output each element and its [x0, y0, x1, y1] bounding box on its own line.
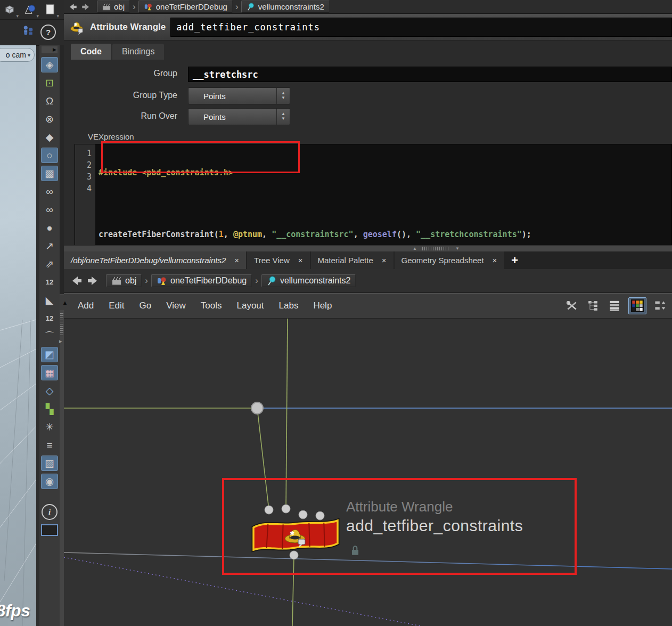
normal-lighting-icon[interactable]: ○ [41, 148, 58, 163]
point-normals-icon[interactable]: ↗ [41, 238, 58, 254]
run-over-dropdown[interactable]: Points ▲ ▼ [188, 108, 290, 125]
caret-down-icon: ▾ [36, 13, 39, 19]
strip-scroll-up-icon[interactable]: ▲ [60, 295, 70, 310]
svg-text:✱: ✱ [73, 22, 77, 27]
forward-arrow-icon[interactable] [86, 275, 99, 287]
prim-numbers-icon[interactable]: 12 [41, 311, 58, 326]
smooth-shading-icon[interactable]: ∞ [41, 184, 58, 199]
pose-library-icon[interactable] [21, 24, 35, 40]
pane-tab-network[interactable]: /obj/oneTetFiberDDebug/vellumconstraints… [64, 251, 246, 269]
group-list-icon[interactable]: ≡ [41, 437, 58, 453]
toolbar-scroll-right-icon[interactable]: ▶ [42, 46, 58, 53]
node-input-connector[interactable] [265, 506, 274, 515]
color-palette-icon[interactable] [628, 297, 646, 314]
geometry-node-icon [157, 276, 167, 286]
vexpression-label: VEXpression [88, 132, 134, 141]
group-type-dropdown[interactable]: Points ▲ ▼ [188, 87, 290, 104]
menu-tools[interactable]: Tools [201, 300, 222, 311]
partial-toolbar-icon[interactable] [41, 524, 58, 536]
network-editor[interactable]: ✱ Attribute Wrangle add_tetfiber_constra… [64, 319, 672, 626]
vex-code-editor[interactable]: 1 2 3 4 #include <pbd_constraints.h> cre… [75, 144, 672, 246]
view-location-icon[interactable]: ◉ [41, 474, 58, 489]
pane-tab-geometry-spreadsheet[interactable]: Geometry Spreadsheet × [395, 251, 504, 269]
network-wires [64, 319, 672, 626]
high-quality-lighting-icon[interactable]: ▩ [41, 166, 58, 181]
group-type-label: Group Type [64, 91, 177, 100]
spinner-icon[interactable]: ▲ ▼ [276, 109, 290, 125]
point-vectors-icon[interactable]: ⇗ [41, 256, 58, 272]
xray-display-icon[interactable]: ▦ [41, 365, 58, 380]
nav-arrows [70, 275, 99, 287]
file-tool-icon[interactable]: ▾ [42, 2, 59, 18]
scene-viewport[interactable]: o cam ▾ 8fps [0, 45, 36, 626]
node-output-connector[interactable] [290, 551, 299, 560]
node-name-field[interactable]: add_tetfiber_constraints [170, 18, 672, 37]
tab-bindings[interactable]: Bindings [112, 44, 164, 60]
headlight-only-icon[interactable]: ◆ [41, 129, 58, 145]
close-icon[interactable]: × [298, 256, 303, 265]
info-icon[interactable]: i [42, 504, 58, 520]
back-arrow-icon[interactable] [68, 3, 78, 11]
breadcrumb-geo[interactable]: oneTetFiberDDebug [151, 274, 252, 287]
forward-arrow-icon[interactable] [81, 3, 91, 11]
prim-normals-icon[interactable]: ◣ [41, 292, 58, 308]
pane-divider-handle[interactable]: ▲ ▼ [413, 246, 460, 251]
pane-tab-material-palette[interactable]: Material Palette × [311, 251, 394, 269]
tab-code[interactable]: Code [71, 44, 111, 60]
close-icon[interactable]: × [493, 256, 497, 265]
menu-go[interactable]: Go [140, 300, 152, 311]
menu-labs[interactable]: Labs [279, 300, 299, 311]
disable-lighting-icon[interactable]: ⊗ [41, 111, 58, 127]
pane-grip-handle[interactable] [60, 313, 63, 336]
run-over-value: Points [189, 112, 276, 121]
tools-icon[interactable] [564, 299, 579, 313]
new-tab-button[interactable]: + [505, 251, 525, 269]
display-grid-plane-icon[interactable]: ◈ [41, 57, 58, 72]
menu-help[interactable]: Help [313, 300, 332, 311]
breadcrumb-obj[interactable]: obj [97, 1, 130, 13]
menu-edit[interactable]: Edit [109, 300, 124, 311]
caret-down-icon: ▾ [56, 13, 59, 19]
node-input-connector[interactable] [282, 505, 291, 514]
shade-open-curves-icon[interactable]: ◩ [41, 347, 58, 362]
multi-tile-display-icon[interactable]: ◇ [41, 383, 58, 399]
breadcrumb-node[interactable]: vellumconstraints2 [261, 274, 356, 287]
code-text-area[interactable]: #include <pbd_constraints.h> createTetFi… [95, 144, 671, 246]
display-options-icon[interactable] [653, 299, 668, 313]
menu-add[interactable]: Add [78, 300, 94, 311]
geometry-tool-icon[interactable]: ▾ [21, 2, 38, 18]
wrangle-node[interactable]: ✱ [250, 518, 341, 555]
pane-tab-tree-view[interactable]: Tree View × [247, 251, 309, 269]
list-view-icon[interactable] [607, 299, 622, 313]
chevron-icon: › [145, 275, 148, 286]
help-icon[interactable]: ? [40, 25, 56, 40]
shading-mode-menu-icon[interactable]: ∞ [41, 202, 58, 217]
background-image-icon[interactable]: ▨ [41, 456, 58, 471]
camera-selector[interactable]: o cam ▾ [0, 48, 35, 62]
secure-selection-lock-icon[interactable]: Ω [41, 93, 58, 109]
houdini-window: ▾ ▾ ▾ ? [0, 0, 672, 626]
box-tool-icon[interactable]: ▾ [1, 2, 18, 18]
node-input-connector[interactable] [299, 510, 308, 519]
group-input[interactable]: __stretchsrc [188, 67, 672, 82]
back-arrow-icon[interactable] [70, 275, 83, 287]
network-hierarchy-icon[interactable] [586, 299, 601, 313]
show-points-icon[interactable]: ● [41, 220, 58, 235]
lock-icon [350, 544, 360, 558]
network-dot[interactable] [251, 402, 264, 414]
hull-display-icon[interactable]: ⌒ [41, 329, 58, 344]
strip-expand-icon[interactable]: ▸ [59, 338, 62, 345]
breadcrumb-node[interactable]: vellumconstraints2 [241, 1, 330, 13]
snap-options-icon[interactable]: ⊡ [41, 75, 58, 91]
axis-jack-icon[interactable]: ✳ [41, 419, 58, 435]
menu-layout[interactable]: Layout [236, 300, 264, 311]
node-input-connector[interactable] [316, 511, 325, 521]
point-numbers-icon[interactable]: 12 [41, 274, 58, 290]
close-icon[interactable]: × [382, 256, 387, 265]
menu-view[interactable]: View [166, 300, 186, 311]
uv-overlay-icon[interactable]: ▚ [41, 401, 58, 417]
breadcrumb-obj[interactable]: obj [106, 274, 142, 287]
spinner-icon[interactable]: ▲ ▼ [276, 88, 290, 104]
breadcrumb-geo[interactable]: oneTetFiberDDebug [138, 1, 233, 13]
close-icon[interactable]: × [234, 256, 239, 265]
